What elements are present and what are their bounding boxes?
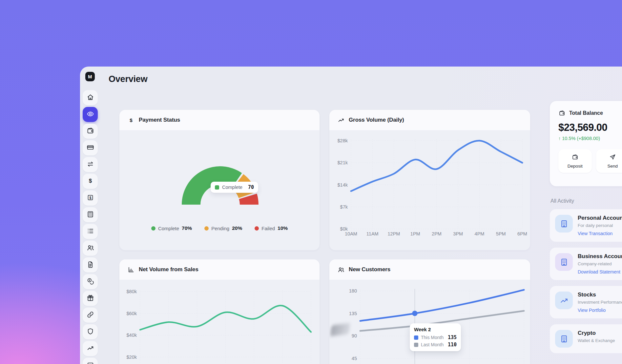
balance-amount: $23,569.00 xyxy=(558,122,622,133)
svg-text:$0k: $0k xyxy=(340,226,348,232)
card-title: Gross Volume (Daily) xyxy=(349,117,404,123)
wallet-icon xyxy=(558,110,566,117)
sidebar-item-invoices[interactable]: $ xyxy=(83,191,98,206)
legend-item: Complete70% xyxy=(151,225,192,231)
sidebar-item-payouts[interactable] xyxy=(83,274,98,289)
activity-card: Business AccountCompany-relatedDownload … xyxy=(550,248,622,280)
activity-subtitle: Company-related xyxy=(578,261,622,266)
sidebar-item-rewards[interactable] xyxy=(83,291,98,306)
activity-link[interactable]: Download Statement xyxy=(578,269,622,274)
tooltip-label: Complete xyxy=(222,185,242,190)
building-icon xyxy=(555,330,573,348)
calculator-icon xyxy=(87,211,94,219)
trend-up-icon xyxy=(337,116,344,124)
gross-volume-card: $0k$7k$14k$21k$28k10AM11AM12PM1PM2PM3PM4… xyxy=(329,110,530,250)
legend-swatch xyxy=(151,226,156,231)
series-value: 110 xyxy=(448,342,457,348)
sidebar-item-payments[interactable]: $ xyxy=(83,174,98,189)
svg-text:$60k: $60k xyxy=(127,311,137,316)
activity-card-body: Business AccountCompany-relatedDownload … xyxy=(578,253,622,274)
card-title: New Customers xyxy=(349,266,390,273)
legend-item: Pending20% xyxy=(204,225,242,231)
svg-text:$: $ xyxy=(89,196,91,199)
sidebar-item-overview[interactable] xyxy=(83,107,98,122)
sidebar-item-devices[interactable] xyxy=(83,358,98,364)
svg-text:$28k: $28k xyxy=(338,138,348,143)
send-button[interactable]: Send xyxy=(596,149,622,173)
balance-change: ↑ 10.5% (+$908.00) xyxy=(558,136,622,141)
tooltip-rows: This Month135Last Month110 xyxy=(414,334,457,348)
svg-text:1PM: 1PM xyxy=(410,231,420,236)
trend-up-icon xyxy=(555,292,573,309)
sidebar-item-security[interactable] xyxy=(83,324,98,339)
sidebar-item-documents[interactable] xyxy=(83,257,98,273)
activity-title: Stocks xyxy=(578,292,622,298)
svg-text:12PM: 12PM xyxy=(388,231,400,236)
activity-card: CryptoWallet & Exchange xyxy=(550,324,622,353)
activity-section-title: All Activity xyxy=(550,198,622,204)
balance-header: Total Balance xyxy=(558,110,622,117)
desktop-background: M Overview $$ $ Payment Status Complete … xyxy=(0,0,622,364)
sidebar-item-analytics[interactable] xyxy=(83,341,98,356)
home-icon xyxy=(87,93,94,102)
receipt-icon: $ xyxy=(87,194,94,203)
sidebar-item-links[interactable] xyxy=(83,308,98,323)
activity-link[interactable]: View Portfolio xyxy=(578,308,622,313)
legend-swatch xyxy=(204,226,209,231)
sidebar-item-transfers[interactable] xyxy=(83,157,98,172)
device-icon xyxy=(87,361,94,364)
chart-tooltip: Week 2 This Month135Last Month110 xyxy=(410,323,461,351)
legend-value: 20% xyxy=(232,225,242,231)
series-value: 135 xyxy=(448,334,457,340)
sidebar-item-cards[interactable] xyxy=(83,140,98,155)
card-header: Gross Volume (Daily) xyxy=(329,110,530,130)
activity-card-body: StocksInvestment PerformanceView Portfol… xyxy=(578,292,622,313)
tooltip-row: Last Month110 xyxy=(414,342,457,348)
activity-subtitle: For daily personal xyxy=(578,223,622,228)
activity-title: Personal Account xyxy=(578,215,622,221)
deposit-button[interactable]: Deposit xyxy=(558,149,592,173)
tooltip-title: Week 2 xyxy=(414,327,457,332)
svg-text:$: $ xyxy=(89,178,92,184)
svg-text:$20k: $20k xyxy=(127,354,137,360)
shield-icon xyxy=(87,328,94,336)
sidebar-item-accounting[interactable] xyxy=(83,207,98,222)
activity-title: Business Account xyxy=(578,253,622,260)
bar-chart-icon xyxy=(127,266,135,273)
svg-text:10AM: 10AM xyxy=(345,231,357,236)
sidebar-item-customers[interactable] xyxy=(83,241,98,256)
credit-card-icon xyxy=(87,144,94,152)
coins-icon xyxy=(87,277,94,286)
sidebar-item-home[interactable] xyxy=(83,90,98,105)
app-logo-letter: M xyxy=(88,74,92,79)
users-icon xyxy=(337,266,344,273)
activity-card: Personal AccountFor daily personalView T… xyxy=(550,209,622,242)
legend-value: 70% xyxy=(182,225,192,231)
document-icon xyxy=(87,261,94,270)
wallet-icon xyxy=(572,154,578,161)
svg-text:$7k: $7k xyxy=(340,204,348,210)
motion-blur-artifact xyxy=(330,323,350,336)
series-swatch xyxy=(414,343,418,347)
trend-up-icon xyxy=(87,344,94,353)
sidebar-item-wallet[interactable] xyxy=(83,124,98,139)
card-header: Net Volume from Sales xyxy=(119,259,320,280)
balance-title: Total Balance xyxy=(569,110,603,116)
button-label: Send xyxy=(607,164,618,169)
activity-card-body: CryptoWallet & Exchange xyxy=(578,330,615,343)
sidebar: $$ xyxy=(83,90,98,364)
series-swatch xyxy=(414,335,418,340)
button-label: Deposit xyxy=(568,164,583,169)
sidebar-item-lists[interactable] xyxy=(83,224,98,239)
gauge-tooltip: Complete 70 xyxy=(211,182,258,193)
card-header: $ Payment Status xyxy=(119,110,320,130)
card-header: New Customers xyxy=(329,259,530,280)
gauge-legend: Complete70%Pending20%Failed10% xyxy=(119,225,320,231)
activity-subtitle: Wallet & Exchange xyxy=(578,338,615,343)
activity-link[interactable]: View Transaction xyxy=(578,231,622,236)
svg-text:$80k: $80k xyxy=(127,289,137,294)
legend-label: Failed xyxy=(261,226,275,231)
svg-text:$: $ xyxy=(130,117,133,123)
svg-text:$14k: $14k xyxy=(338,182,348,188)
list-icon xyxy=(87,227,94,236)
